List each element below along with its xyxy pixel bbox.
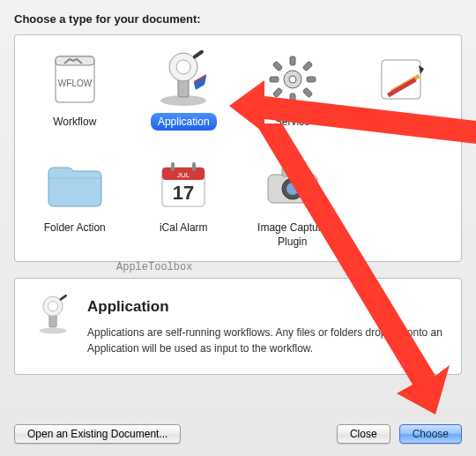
footer-bar: Open an Existing Document... Close Choos… (0, 414, 476, 456)
svg-point-6 (176, 60, 190, 74)
svg-text:JUL: JUL (177, 171, 190, 179)
svg-rect-19 (272, 87, 282, 97)
type-printplugin-label: Print Plugin (368, 113, 435, 131)
svg-text:WFLOW: WFLOW (58, 78, 93, 88)
workflow-icon: WFLOW (22, 48, 128, 111)
svg-rect-15 (307, 77, 316, 82)
svg-point-11 (289, 76, 296, 83)
svg-rect-18 (302, 61, 312, 71)
folder-action-icon (22, 153, 128, 217)
svg-rect-28 (171, 162, 175, 171)
close-button[interactable]: Close (337, 424, 390, 444)
type-icalalarm[interactable]: JUL 17 iCal Alarm (130, 150, 236, 256)
description-icon (31, 293, 75, 340)
type-folderaction-label: Folder Action (37, 219, 113, 236)
type-folderaction[interactable]: Folder Action (22, 150, 128, 256)
watermark-text: AppleToolbox (116, 261, 192, 273)
svg-rect-17 (302, 87, 312, 97)
svg-point-34 (306, 177, 311, 183)
type-icalalarm-label: iCal Alarm (152, 219, 215, 236)
description-title: Application (87, 298, 445, 316)
svg-point-35 (40, 328, 67, 334)
type-application[interactable]: Application (130, 44, 236, 150)
application-icon (130, 48, 236, 111)
svg-rect-13 (290, 93, 295, 102)
type-grid-panel: WFLOW Workflow Application (14, 34, 462, 262)
svg-rect-31 (282, 168, 298, 176)
svg-rect-29 (192, 162, 196, 171)
svg-rect-7 (192, 49, 205, 59)
description-panel: Application Applications are self-runnin… (14, 278, 462, 375)
type-application-label: Application (151, 113, 217, 131)
type-service[interactable]: Service (240, 44, 346, 150)
choose-button[interactable]: Choose (399, 424, 462, 444)
svg-rect-14 (270, 77, 279, 82)
type-printplugin[interactable]: Print Plugin (348, 44, 454, 150)
svg-point-38 (48, 302, 57, 311)
type-workflow-label: Workflow (46, 113, 103, 131)
prompt-label: Choose a type for your document: (14, 12, 462, 26)
svg-rect-39 (59, 294, 68, 301)
svg-rect-16 (272, 61, 282, 71)
svg-point-33 (286, 183, 299, 195)
print-plugin-icon (348, 48, 454, 111)
type-workflow[interactable]: WFLOW Workflow (22, 44, 128, 150)
open-existing-button[interactable]: Open an Existing Document... (14, 424, 181, 444)
service-icon (240, 48, 346, 111)
type-service-label: Service (268, 113, 317, 131)
description-body: Applications are self-running workflows.… (87, 325, 445, 356)
svg-text:17: 17 (173, 182, 194, 204)
image-capture-icon (240, 153, 346, 217)
type-imagecapture[interactable]: Image Capture Plugin (240, 150, 346, 256)
svg-rect-12 (290, 56, 295, 65)
ical-alarm-icon: JUL 17 (130, 153, 236, 217)
type-imagecapture-label: Image Capture Plugin (245, 219, 340, 250)
